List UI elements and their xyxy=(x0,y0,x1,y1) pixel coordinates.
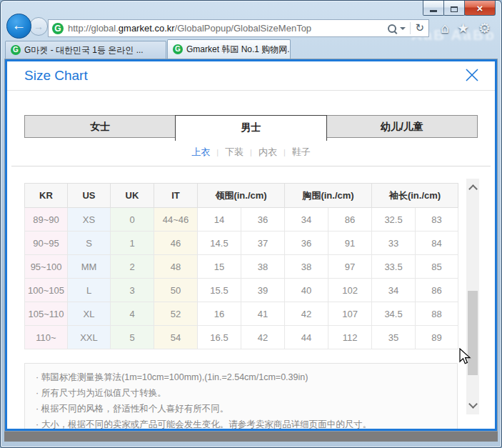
table-cell: 0 xyxy=(111,208,154,232)
subnav-underwear[interactable]: 内衣 xyxy=(258,146,277,157)
table-cell: 89 xyxy=(416,326,458,349)
note-item: 所有尺寸均为近似值尺寸转换。 xyxy=(36,385,446,401)
browser-tab-bar: G G마켓 - 대한민국 1등 온라인 ... G Gmarket 韩国 No.… xyxy=(4,39,498,59)
table-cell: XS xyxy=(68,208,111,232)
minimize-icon xyxy=(430,10,437,12)
table-cell: 48 xyxy=(154,255,198,279)
popup-close-button[interactable] xyxy=(465,68,479,82)
column-header: US xyxy=(68,184,111,208)
table-cell: 90~95 xyxy=(25,232,68,255)
table-cell: 107 xyxy=(328,302,372,326)
table-cell: 15 xyxy=(198,255,241,279)
table-cell: 41 xyxy=(241,302,285,326)
table-cell: 110~ xyxy=(25,326,68,349)
search-dropdown-icon[interactable] xyxy=(400,27,406,30)
table-cell: 100~105 xyxy=(25,279,68,302)
subcategory-nav: 上衣|下装|内衣|鞋子 xyxy=(7,146,495,159)
scrollbar-up-icon[interactable] xyxy=(468,184,478,194)
tab-favicon-icon: G xyxy=(173,44,183,54)
browser-tab-gmarket-kr[interactable]: G G마켓 - 대한민국 1등 온라인 ... xyxy=(5,41,166,59)
note-item: 大小，根据不同的卖家或产品可能会发生变化。请参考卖家商品详细页面中的尺寸。 xyxy=(36,417,446,431)
page-scrollbar[interactable] xyxy=(466,179,479,414)
notes-box: 韩国标准测量换算法(1m=10cm=100mm),(1in.=2.54cm/1c… xyxy=(24,363,458,431)
column-header: 袖长(in./cm) xyxy=(372,184,458,208)
home-icon[interactable]: ⌂ xyxy=(441,21,449,35)
table-cell: 91 xyxy=(328,232,372,255)
table-cell: MM xyxy=(68,255,111,279)
url-text: http://global.gmarket.co.kr/GlobalPopup/… xyxy=(68,23,388,34)
tools-gear-icon[interactable]: ⚙ xyxy=(478,21,491,35)
table-cell: 105~110 xyxy=(25,302,68,326)
table-cell: 36 xyxy=(241,208,285,232)
size-table: KRUSUKIT领围(in./cm)胸围(in./cm)袖长(in./cm) 8… xyxy=(24,183,458,349)
table-cell: 34 xyxy=(372,279,416,302)
table-cell: 86 xyxy=(416,279,458,302)
back-arrow-icon: ← xyxy=(12,17,26,33)
table-cell: 32.5 xyxy=(372,208,416,232)
table-cell: 14 xyxy=(198,208,241,232)
table-cell: 16 xyxy=(198,302,241,326)
page-title: Size Chart xyxy=(24,68,88,84)
table-cell: 37 xyxy=(241,232,285,255)
column-header: KR xyxy=(25,184,68,208)
refresh-icon[interactable]: ↻ xyxy=(415,23,426,34)
back-button[interactable]: ← xyxy=(6,14,31,39)
note-item: 根据不同的风格，舒适性和个人喜好有所不同。 xyxy=(36,401,446,417)
column-header: 领围(in./cm) xyxy=(198,184,285,208)
table-cell: 39 xyxy=(241,279,285,302)
tab-favicon-icon: G xyxy=(11,45,21,55)
table-cell: 40 xyxy=(285,279,328,302)
window-controls: × xyxy=(423,1,496,16)
tab-men-active[interactable]: 男士 xyxy=(175,115,326,141)
forward-button[interactable]: → xyxy=(29,17,48,36)
table-cell: 38 xyxy=(241,255,285,279)
size-table-header-row: KRUSUKIT领围(in./cm)胸围(in./cm)袖长(in./cm) xyxy=(25,184,458,208)
search-icon[interactable] xyxy=(388,24,396,33)
notes-list: 韩国标准测量换算法(1m=10cm=100mm),(1in.=2.54cm/1c… xyxy=(36,369,446,431)
table-cell: 33 xyxy=(372,232,416,255)
table-cell: 89~90 xyxy=(25,208,68,232)
table-cell: XL xyxy=(68,302,111,326)
browser-viewport: Size Chart 女士 男士 幼儿/儿童 上衣|下装|内衣|鞋子 xyxy=(4,59,498,432)
site-favicon-icon: G xyxy=(52,23,64,34)
table-row: 90~95S14614.53736913384 xyxy=(25,232,458,255)
table-cell: 97 xyxy=(328,255,372,279)
table-cell: 50 xyxy=(154,279,198,302)
window-maximize-button[interactable] xyxy=(443,1,465,16)
scrollbar-down-icon[interactable] xyxy=(468,399,478,409)
table-row: 89~90XS044~461436348632.583 xyxy=(25,208,458,232)
favorites-star-icon[interactable]: ★ xyxy=(457,21,469,35)
maximize-icon xyxy=(451,6,458,12)
table-cell: 44 xyxy=(285,326,328,349)
browser-window: AaB AaBb × ← → G http://global.gmarket.c… xyxy=(0,0,502,448)
table-cell: 42 xyxy=(241,326,285,349)
table-cell: 42 xyxy=(285,302,328,326)
column-header: 胸围(in./cm) xyxy=(285,184,372,208)
table-cell: 5 xyxy=(111,326,154,349)
browser-tab-gmarket-cn-active[interactable]: G Gmarket 韩国 No.1 购物网... × xyxy=(167,39,291,59)
table-cell: 34 xyxy=(285,208,328,232)
address-bar[interactable]: G http://global.gmarket.co.kr/GlobalPopu… xyxy=(48,19,429,37)
subnav-tops[interactable]: 上衣 xyxy=(191,146,210,157)
popup-close-x-icon xyxy=(465,68,479,82)
tab-women[interactable]: 女士 xyxy=(24,115,176,138)
mouse-cursor xyxy=(459,348,471,369)
table-row: 110~XXL55416.542441123589 xyxy=(25,326,458,349)
status-bar xyxy=(4,431,498,442)
table-cell: 15.5 xyxy=(198,279,241,302)
table-row: 100~105L35015.539401023486 xyxy=(25,279,458,302)
table-cell: 54 xyxy=(154,326,198,349)
table-cell: 2 xyxy=(111,255,154,279)
subnav-bottoms[interactable]: 下装 xyxy=(225,146,244,157)
table-cell: L xyxy=(68,279,111,302)
window-minimize-button[interactable] xyxy=(423,1,444,16)
table-cell: 52 xyxy=(154,302,198,326)
subnav-shoes[interactable]: 鞋子 xyxy=(292,146,311,157)
subnav-separator: | xyxy=(283,148,286,156)
window-close-button[interactable]: × xyxy=(464,1,496,16)
tab-kids[interactable]: 幼儿/儿童 xyxy=(326,115,478,138)
tab-label: G마켓 - 대한민국 1등 온라인 ... xyxy=(24,44,144,56)
subnav-separator: | xyxy=(216,148,219,156)
table-cell: 34.5 xyxy=(372,302,416,326)
size-table-body: 89~90XS044~461436348632.58390~95S14614.5… xyxy=(25,208,458,349)
